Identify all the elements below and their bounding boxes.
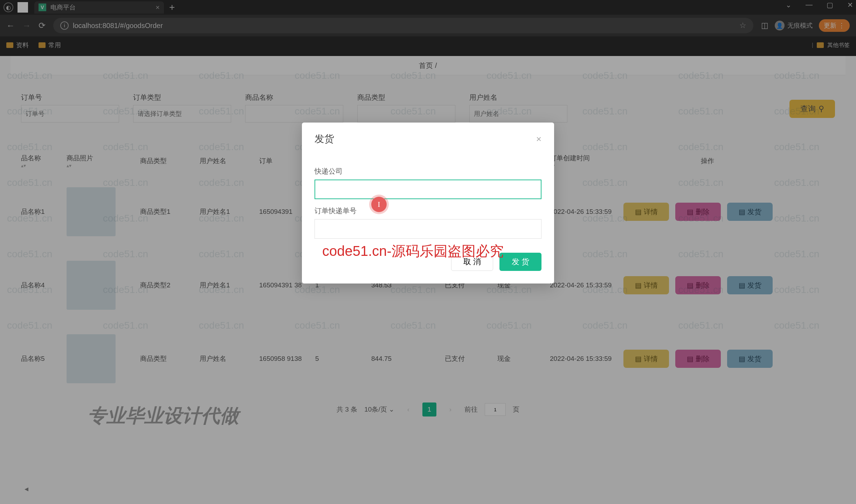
modal-title: 发货	[315, 132, 334, 146]
tracking-no-label: 订单快递单号	[315, 206, 541, 216]
modal-body: 快递公司 订单快递单号	[302, 153, 554, 242]
cursor-marker-icon: I	[371, 197, 387, 212]
modal-header: 发货 ×	[302, 122, 554, 153]
tracking-no-input[interactable]	[315, 219, 541, 239]
confirm-ship-button[interactable]: 发 货	[499, 253, 541, 271]
watermark-red: code51.cn-源码乐园盗图必究	[322, 241, 504, 261]
modal-close-icon[interactable]: ×	[536, 134, 541, 145]
courier-company-label: 快递公司	[315, 167, 541, 176]
courier-company-input[interactable]	[315, 180, 541, 199]
